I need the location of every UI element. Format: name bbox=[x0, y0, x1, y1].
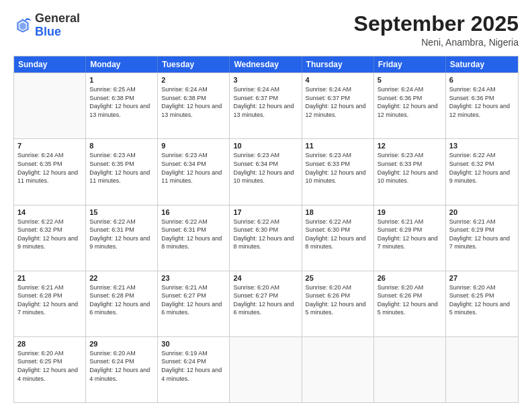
day-cell-9: 9Sunrise: 6:23 AM Sunset: 6:34 PM Daylig… bbox=[158, 139, 230, 204]
day-info: Sunrise: 6:20 AM Sunset: 6:27 PM Dayligh… bbox=[233, 283, 298, 317]
day-info: Sunrise: 6:23 AM Sunset: 6:33 PM Dayligh… bbox=[378, 151, 442, 185]
calendar-body: 1Sunrise: 6:25 AM Sunset: 6:38 PM Daylig… bbox=[14, 73, 518, 402]
day-number: 8 bbox=[89, 142, 154, 150]
day-info: Sunrise: 6:24 AM Sunset: 6:35 PM Dayligh… bbox=[17, 151, 82, 185]
day-number: 5 bbox=[378, 76, 442, 84]
day-number: 2 bbox=[161, 76, 226, 84]
day-cell-18: 18Sunrise: 6:22 AM Sunset: 6:30 PM Dayli… bbox=[302, 205, 374, 271]
day-cell-27: 27Sunrise: 6:20 AM Sunset: 6:25 PM Dayli… bbox=[446, 271, 518, 336]
day-number: 12 bbox=[378, 142, 442, 150]
day-info: Sunrise: 6:23 AM Sunset: 6:34 PM Dayligh… bbox=[161, 151, 226, 185]
day-number: 13 bbox=[449, 142, 515, 150]
day-number: 7 bbox=[17, 142, 82, 150]
day-number: 24 bbox=[233, 274, 298, 282]
day-cell-21: 21Sunrise: 6:21 AM Sunset: 6:28 PM Dayli… bbox=[14, 271, 86, 336]
day-number: 27 bbox=[449, 274, 515, 282]
day-cell-15: 15Sunrise: 6:22 AM Sunset: 6:31 PM Dayli… bbox=[86, 205, 158, 271]
day-info: Sunrise: 6:20 AM Sunset: 6:24 PM Dayligh… bbox=[89, 349, 154, 383]
day-info: Sunrise: 6:21 AM Sunset: 6:27 PM Dayligh… bbox=[161, 283, 226, 317]
day-cell-17: 17Sunrise: 6:22 AM Sunset: 6:30 PM Dayli… bbox=[230, 205, 302, 271]
day-info: Sunrise: 6:22 AM Sunset: 6:32 PM Dayligh… bbox=[449, 151, 515, 185]
week-5: 28Sunrise: 6:20 AM Sunset: 6:25 PM Dayli… bbox=[14, 336, 518, 402]
day-cell-24: 24Sunrise: 6:20 AM Sunset: 6:27 PM Dayli… bbox=[230, 271, 302, 336]
day-number: 15 bbox=[89, 208, 154, 216]
day-info: Sunrise: 6:21 AM Sunset: 6:29 PM Dayligh… bbox=[449, 218, 515, 251]
week-4: 21Sunrise: 6:21 AM Sunset: 6:28 PM Dayli… bbox=[14, 271, 518, 336]
day-cell-20: 20Sunrise: 6:21 AM Sunset: 6:29 PM Dayli… bbox=[446, 205, 518, 271]
day-info: Sunrise: 6:22 AM Sunset: 6:30 PM Dayligh… bbox=[306, 218, 370, 251]
location: Neni, Anambra, Nigeria bbox=[354, 37, 519, 48]
day-cell-5: 5Sunrise: 6:24 AM Sunset: 6:36 PM Daylig… bbox=[374, 73, 446, 138]
day-number: 18 bbox=[306, 208, 370, 216]
day-header-tuesday: Tuesday bbox=[158, 56, 230, 73]
day-number: 19 bbox=[378, 208, 442, 216]
day-info: Sunrise: 6:20 AM Sunset: 6:26 PM Dayligh… bbox=[306, 283, 370, 317]
empty-cell bbox=[14, 73, 86, 138]
day-info: Sunrise: 6:20 AM Sunset: 6:25 PM Dayligh… bbox=[17, 349, 82, 383]
day-info: Sunrise: 6:24 AM Sunset: 6:36 PM Dayligh… bbox=[378, 85, 442, 119]
week-2: 7Sunrise: 6:24 AM Sunset: 6:35 PM Daylig… bbox=[14, 138, 518, 204]
day-info: Sunrise: 6:22 AM Sunset: 6:32 PM Dayligh… bbox=[17, 218, 82, 251]
day-cell-12: 12Sunrise: 6:23 AM Sunset: 6:33 PM Dayli… bbox=[374, 139, 446, 204]
title-block: September 2025 Neni, Anambra, Nigeria bbox=[354, 12, 519, 48]
day-cell-22: 22Sunrise: 6:21 AM Sunset: 6:28 PM Dayli… bbox=[86, 271, 158, 336]
day-info: Sunrise: 6:24 AM Sunset: 6:37 PM Dayligh… bbox=[233, 85, 298, 119]
day-number: 22 bbox=[89, 274, 154, 282]
day-cell-8: 8Sunrise: 6:23 AM Sunset: 6:35 PM Daylig… bbox=[86, 139, 158, 204]
day-number: 29 bbox=[89, 340, 154, 348]
logo-blue-text: Blue bbox=[35, 25, 61, 38]
day-number: 28 bbox=[17, 340, 82, 348]
day-cell-2: 2Sunrise: 6:24 AM Sunset: 6:38 PM Daylig… bbox=[158, 73, 230, 138]
day-number: 9 bbox=[161, 142, 226, 150]
day-number: 30 bbox=[161, 340, 226, 348]
day-number: 6 bbox=[449, 76, 515, 84]
day-cell-4: 4Sunrise: 6:24 AM Sunset: 6:37 PM Daylig… bbox=[302, 73, 374, 138]
day-info: Sunrise: 6:19 AM Sunset: 6:24 PM Dayligh… bbox=[161, 349, 226, 383]
day-info: Sunrise: 6:20 AM Sunset: 6:26 PM Dayligh… bbox=[378, 283, 442, 317]
day-cell-1: 1Sunrise: 6:25 AM Sunset: 6:38 PM Daylig… bbox=[86, 73, 158, 138]
day-number: 4 bbox=[306, 76, 370, 84]
calendar-header: SundayMondayTuesdayWednesdayThursdayFrid… bbox=[14, 56, 518, 73]
day-info: Sunrise: 6:24 AM Sunset: 6:38 PM Dayligh… bbox=[161, 85, 226, 119]
empty-cell bbox=[374, 337, 446, 402]
day-info: Sunrise: 6:24 AM Sunset: 6:37 PM Dayligh… bbox=[306, 85, 370, 119]
day-header-saturday: Saturday bbox=[446, 56, 518, 73]
day-number: 21 bbox=[17, 274, 82, 282]
day-number: 17 bbox=[233, 208, 298, 216]
day-info: Sunrise: 6:21 AM Sunset: 6:28 PM Dayligh… bbox=[89, 283, 154, 317]
day-header-thursday: Thursday bbox=[302, 56, 374, 73]
day-info: Sunrise: 6:20 AM Sunset: 6:25 PM Dayligh… bbox=[449, 283, 515, 317]
day-number: 3 bbox=[233, 76, 298, 84]
day-header-sunday: Sunday bbox=[14, 56, 86, 73]
day-number: 23 bbox=[161, 274, 226, 282]
day-cell-19: 19Sunrise: 6:21 AM Sunset: 6:29 PM Dayli… bbox=[374, 205, 446, 271]
day-cell-26: 26Sunrise: 6:20 AM Sunset: 6:26 PM Dayli… bbox=[374, 271, 446, 336]
day-header-monday: Monday bbox=[86, 56, 158, 73]
day-cell-11: 11Sunrise: 6:23 AM Sunset: 6:33 PM Dayli… bbox=[302, 139, 374, 204]
logo-general-text: General bbox=[35, 11, 80, 25]
day-info: Sunrise: 6:23 AM Sunset: 6:35 PM Dayligh… bbox=[89, 151, 154, 185]
day-info: Sunrise: 6:25 AM Sunset: 6:38 PM Dayligh… bbox=[89, 85, 154, 119]
day-info: Sunrise: 6:23 AM Sunset: 6:34 PM Dayligh… bbox=[233, 151, 298, 185]
day-cell-10: 10Sunrise: 6:23 AM Sunset: 6:34 PM Dayli… bbox=[230, 139, 302, 204]
week-1: 1Sunrise: 6:25 AM Sunset: 6:38 PM Daylig… bbox=[14, 73, 518, 138]
day-info: Sunrise: 6:22 AM Sunset: 6:31 PM Dayligh… bbox=[89, 218, 154, 251]
day-info: Sunrise: 6:21 AM Sunset: 6:29 PM Dayligh… bbox=[378, 218, 442, 251]
day-number: 10 bbox=[233, 142, 298, 150]
day-cell-7: 7Sunrise: 6:24 AM Sunset: 6:35 PM Daylig… bbox=[14, 139, 86, 204]
day-cell-16: 16Sunrise: 6:22 AM Sunset: 6:31 PM Dayli… bbox=[158, 205, 230, 271]
day-cell-28: 28Sunrise: 6:20 AM Sunset: 6:25 PM Dayli… bbox=[14, 337, 86, 402]
empty-cell bbox=[230, 337, 302, 402]
day-info: Sunrise: 6:22 AM Sunset: 6:31 PM Dayligh… bbox=[161, 218, 226, 251]
calendar: SundayMondayTuesdayWednesdayThursdayFrid… bbox=[13, 56, 519, 403]
week-3: 14Sunrise: 6:22 AM Sunset: 6:32 PM Dayli… bbox=[14, 205, 518, 271]
day-info: Sunrise: 6:21 AM Sunset: 6:28 PM Dayligh… bbox=[17, 283, 82, 317]
day-cell-13: 13Sunrise: 6:22 AM Sunset: 6:32 PM Dayli… bbox=[446, 139, 518, 204]
month-title: September 2025 bbox=[354, 12, 519, 36]
header: General Blue September 2025 Neni, Anambr… bbox=[13, 12, 519, 48]
day-info: Sunrise: 6:22 AM Sunset: 6:30 PM Dayligh… bbox=[233, 218, 298, 251]
empty-cell bbox=[302, 337, 374, 402]
logo-icon bbox=[13, 16, 32, 35]
day-cell-29: 29Sunrise: 6:20 AM Sunset: 6:24 PM Dayli… bbox=[86, 337, 158, 402]
empty-cell bbox=[446, 337, 518, 402]
